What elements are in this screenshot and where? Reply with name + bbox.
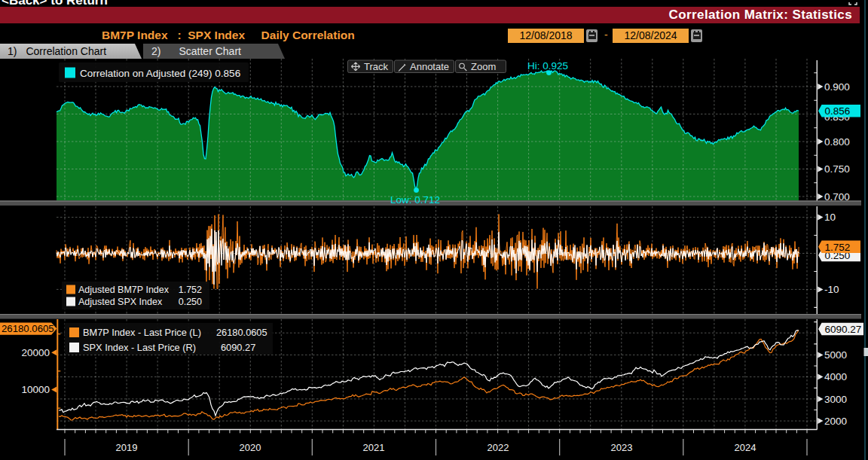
svg-text:2021: 2021 <box>363 442 385 453</box>
svg-text:5000: 5000 <box>824 349 847 361</box>
svg-text:6090.27: 6090.27 <box>221 342 255 353</box>
svg-text:10000: 10000 <box>21 384 50 395</box>
svg-text:20000: 20000 <box>21 347 50 358</box>
svg-text:Annotate: Annotate <box>410 61 449 72</box>
svg-text:26180.0605: 26180.0605 <box>2 323 54 334</box>
svg-text:Track: Track <box>364 61 389 72</box>
svg-text:SPX Index - Last Price (R): SPX Index - Last Price (R) <box>83 342 196 353</box>
svg-text:Zoom: Zoom <box>471 61 496 72</box>
svg-text:6090.27: 6090.27 <box>825 324 862 335</box>
svg-text:0.700: 0.700 <box>824 191 850 203</box>
svg-text:BM7P Index - Last Price (L): BM7P Index - Last Price (L) <box>83 327 201 338</box>
svg-text:Adjusted BM7P Index: Adjusted BM7P Index <box>78 285 170 295</box>
svg-text:4000: 4000 <box>824 371 847 382</box>
svg-text:10: 10 <box>824 212 836 223</box>
svg-text:1.752: 1.752 <box>179 285 202 295</box>
svg-text:0.856: 0.856 <box>825 105 851 117</box>
svg-text:2000: 2000 <box>824 416 847 427</box>
svg-text:0.900: 0.900 <box>824 81 850 93</box>
svg-text:2024: 2024 <box>735 442 756 453</box>
svg-text:Adjusted SPX Index: Adjusted SPX Index <box>78 297 163 307</box>
svg-text:2022: 2022 <box>487 442 509 453</box>
svg-text:2023: 2023 <box>611 442 633 453</box>
svg-text:Hi: 0.925: Hi: 0.925 <box>527 60 568 72</box>
svg-text:Low: 0.712: Low: 0.712 <box>390 194 440 206</box>
svg-text:26180.0605: 26180.0605 <box>216 327 267 338</box>
svg-text:0.750: 0.750 <box>824 163 850 175</box>
svg-text:3000: 3000 <box>824 394 847 405</box>
svg-text:2020: 2020 <box>240 442 261 453</box>
svg-text:2019: 2019 <box>116 442 138 453</box>
svg-text:Correlation on Adjusted (249): Correlation on Adjusted (249) 0.856 <box>80 68 240 79</box>
svg-text:0.800: 0.800 <box>824 136 850 148</box>
svg-text:0.250: 0.250 <box>179 297 202 307</box>
svg-text:-10: -10 <box>824 284 839 295</box>
svg-text:1.752: 1.752 <box>825 242 851 253</box>
